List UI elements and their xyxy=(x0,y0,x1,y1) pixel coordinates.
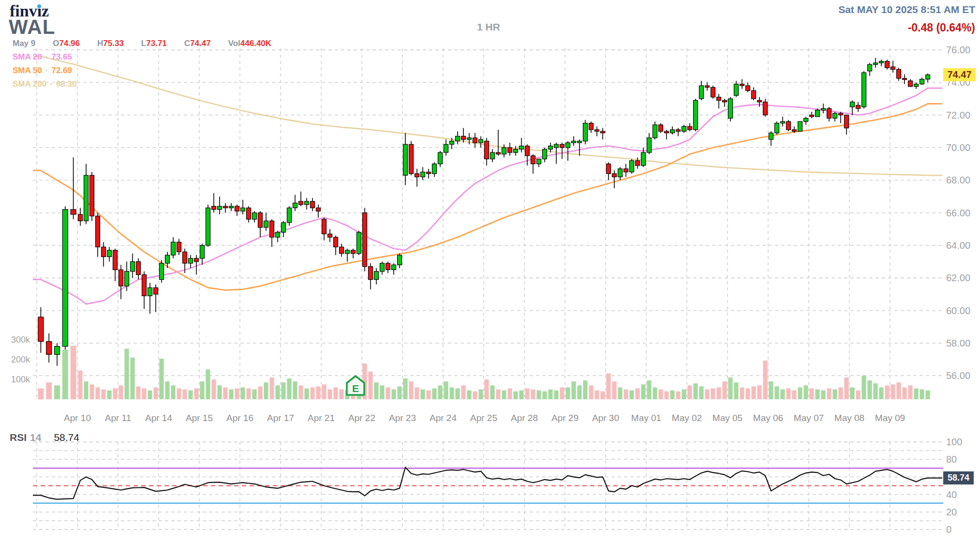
candle-body xyxy=(345,250,350,254)
volume-bar xyxy=(310,387,314,399)
candle-body xyxy=(287,208,292,223)
candle xyxy=(798,121,802,131)
volume-bar xyxy=(734,382,738,399)
candle-body xyxy=(200,245,205,258)
timeframe-label: 1 HR xyxy=(455,21,522,33)
candle xyxy=(415,169,419,187)
candle xyxy=(456,131,460,144)
ticker-symbol: WAL xyxy=(9,15,55,39)
candle-body xyxy=(456,136,460,141)
candle-body xyxy=(641,152,646,166)
volume-bar xyxy=(925,391,930,399)
candle-body xyxy=(311,201,315,208)
volume-bar xyxy=(478,390,483,400)
candle-body xyxy=(148,287,152,296)
candle-body xyxy=(792,130,797,131)
candle xyxy=(537,159,541,167)
volume-bar xyxy=(148,391,152,399)
candle-body xyxy=(218,206,222,210)
volume-bar xyxy=(101,390,105,400)
candle xyxy=(630,159,634,174)
candle xyxy=(84,164,89,225)
candle xyxy=(334,236,338,255)
volume-bar xyxy=(142,388,146,399)
candle-body xyxy=(438,152,443,164)
volume-bar xyxy=(38,388,44,399)
candle xyxy=(769,131,773,146)
candle xyxy=(839,112,843,123)
candle xyxy=(775,121,779,135)
volume-bar xyxy=(136,386,140,399)
volume-bar xyxy=(426,391,431,399)
volume-bar xyxy=(542,392,547,399)
volume-bar xyxy=(687,385,692,399)
candle-body xyxy=(630,161,634,172)
candle xyxy=(868,63,872,76)
candle-body xyxy=(810,115,814,117)
candle xyxy=(665,130,669,139)
candle xyxy=(787,120,791,132)
volume-bar xyxy=(293,381,297,399)
candle-body xyxy=(473,138,477,143)
candle xyxy=(403,133,408,185)
volume-bar xyxy=(815,390,819,400)
volume-bar xyxy=(914,388,918,399)
candle xyxy=(874,58,878,68)
volume-bar xyxy=(316,386,320,399)
date-axis-label: Apr 23 xyxy=(389,413,416,423)
candle-body xyxy=(479,139,483,143)
candle-body xyxy=(102,247,106,257)
candle xyxy=(438,151,443,167)
volume-layer xyxy=(38,346,930,399)
candle-body xyxy=(885,61,890,68)
volume-bar xyxy=(664,392,668,399)
volume-bar xyxy=(444,381,448,399)
candle xyxy=(142,272,147,309)
candle xyxy=(276,231,280,242)
volume-bar xyxy=(304,388,309,399)
candle xyxy=(316,205,321,218)
rsi-axis-label: 40 xyxy=(946,489,957,500)
volume-bar xyxy=(751,386,756,399)
candle xyxy=(282,221,286,237)
volume-bar xyxy=(322,384,326,399)
candle xyxy=(520,138,524,152)
volume-bar xyxy=(629,391,634,399)
volume-bar xyxy=(391,390,396,400)
volume-bar xyxy=(46,382,52,399)
candle-body xyxy=(874,63,878,64)
candle-body xyxy=(763,102,768,115)
price-axis-label: 70.00 xyxy=(946,142,970,153)
candle-body xyxy=(398,255,402,265)
sma20-legend: SMA 20·73.65 xyxy=(13,52,72,62)
candle-body xyxy=(189,258,193,263)
candle-body xyxy=(293,203,297,208)
volume-bar xyxy=(502,391,506,399)
candle-body xyxy=(136,262,141,275)
candle-body xyxy=(862,73,866,107)
candle-body xyxy=(908,81,913,87)
volume-bar xyxy=(484,379,489,399)
volume-bar xyxy=(600,392,605,399)
date-axis-label: May 05 xyxy=(713,413,742,423)
volume-bar xyxy=(589,385,593,399)
volume-bar xyxy=(908,385,912,399)
volume-bar xyxy=(223,387,227,399)
candle-body xyxy=(421,172,425,177)
candle xyxy=(572,136,576,146)
volume-bar xyxy=(275,385,280,399)
candle xyxy=(850,100,855,115)
candle-body xyxy=(212,206,216,210)
candle-body xyxy=(920,79,924,84)
volume-bar xyxy=(536,391,541,399)
rsi-legend: RSI1458.74 xyxy=(10,432,79,443)
candle xyxy=(78,208,83,226)
candle-body xyxy=(496,152,501,154)
candle xyxy=(781,117,785,126)
candle-body xyxy=(891,67,895,69)
candle-body xyxy=(525,146,530,156)
volume-bar xyxy=(774,386,779,399)
volume-bar xyxy=(856,391,860,399)
price-volume-rsi-chart[interactable]: E76.0074.0072.0070.0068.0066.0064.0062.0… xyxy=(0,0,980,544)
volume-bar xyxy=(113,388,117,399)
